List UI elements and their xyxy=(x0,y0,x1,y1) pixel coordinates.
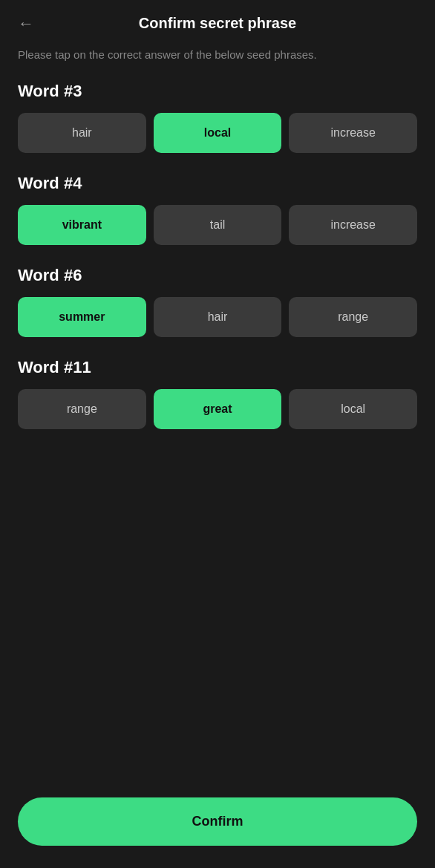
word-4-option-2[interactable]: great xyxy=(154,389,282,429)
word-3-option-2[interactable]: hair xyxy=(154,297,282,337)
word-3-option-1[interactable]: summer xyxy=(18,297,146,337)
word-4-option-1[interactable]: range xyxy=(18,389,146,429)
confirm-btn-container: Confirm xyxy=(18,797,417,846)
word-section-1: Word #3hairlocalincrease xyxy=(18,82,417,153)
word-label-4: Word #11 xyxy=(18,358,417,377)
back-button[interactable]: ← xyxy=(18,14,34,33)
word-label-1: Word #3 xyxy=(18,82,417,101)
word-section-4: Word #11rangegreatlocal xyxy=(18,358,417,429)
word-section-3: Word #6summerhairrange xyxy=(18,266,417,337)
word-section-2: Word #4vibranttailincrease xyxy=(18,174,417,245)
word-2-option-2[interactable]: tail xyxy=(154,205,282,245)
word-options-3: summerhairrange xyxy=(18,297,417,337)
word-label-2: Word #4 xyxy=(18,174,417,193)
word-1-option-3[interactable]: increase xyxy=(289,113,417,153)
word-label-3: Word #6 xyxy=(18,266,417,285)
word-options-2: vibranttailincrease xyxy=(18,205,417,245)
content: Word #3hairlocalincreaseWord #4vibrantta… xyxy=(0,82,435,429)
word-4-option-3[interactable]: local xyxy=(289,389,417,429)
word-options-1: hairlocalincrease xyxy=(18,113,417,153)
subtitle: Please tap on the correct answer of the … xyxy=(0,47,435,82)
word-2-option-1[interactable]: vibrant xyxy=(18,205,146,245)
confirm-button[interactable]: Confirm xyxy=(18,797,417,846)
word-1-option-2[interactable]: local xyxy=(154,113,282,153)
word-1-option-1[interactable]: hair xyxy=(18,113,146,153)
word-2-option-3[interactable]: increase xyxy=(289,205,417,245)
header-title: Confirm secret phrase xyxy=(139,15,296,32)
header: ← Confirm secret phrase xyxy=(0,0,435,47)
word-3-option-3[interactable]: range xyxy=(289,297,417,337)
word-options-4: rangegreatlocal xyxy=(18,389,417,429)
